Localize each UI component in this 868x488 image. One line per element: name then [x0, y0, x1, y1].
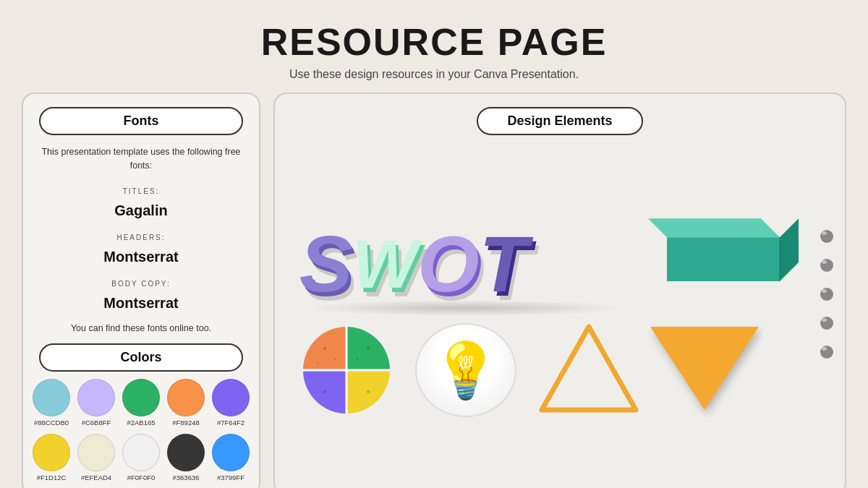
svg-marker-14: [650, 327, 759, 410]
box-3d-svg: [603, 206, 806, 300]
color-swatch-7: #EFEAD4: [77, 434, 115, 481]
swot-w: W: [352, 230, 417, 299]
color-swatch-1: #88CCDB0: [33, 379, 70, 427]
svg-point-7: [335, 359, 337, 361]
color-hex-8: #F0F0F0: [127, 474, 156, 481]
filled-triangle-svg: [647, 323, 762, 417]
color-swatch-4: #F89248: [167, 379, 205, 427]
svg-point-8: [317, 362, 319, 364]
svg-marker-13: [542, 327, 636, 410]
fonts-footer: You can find these fonts online too.: [39, 323, 243, 333]
color-hex-9: #363636: [173, 474, 200, 481]
color-row-2: #F1D12C #EFEAD4 #F0F0F0 #363636 #3799FF: [39, 434, 243, 481]
color-circle-10: [212, 434, 250, 471]
color-circle-6: [33, 434, 70, 471]
right-panel: Design Elements S W O T: [273, 93, 846, 488]
colors-badge: Colors: [39, 343, 243, 372]
fonts-badge: Fonts: [39, 107, 243, 135]
swot-row: S W O T: [299, 206, 827, 322]
page-subtitle: Use these design resources in your Canva…: [261, 68, 608, 81]
svg-point-9: [367, 347, 370, 350]
bulb-container: 💡: [415, 323, 516, 417]
font-body-label: BODY COPY:: [39, 280, 243, 288]
dot-2: [820, 259, 833, 272]
page-header: RESOURCE PAGE Use these design resources…: [261, 0, 608, 81]
color-swatch-3: #2AB165: [122, 379, 160, 427]
box-3d: [603, 206, 806, 303]
svg-point-11: [323, 390, 326, 393]
dot-1: [820, 230, 833, 243]
color-swatch-9: #363636: [167, 434, 205, 481]
color-circle-9: [167, 434, 205, 471]
color-hex-7: #EFEAD4: [81, 474, 111, 481]
dot-5: [820, 346, 833, 359]
main-content: Fonts This presentation template uses th…: [0, 85, 868, 488]
swot-o: O: [417, 224, 480, 304]
color-circle-8: [122, 434, 160, 471]
color-swatch-5: #7F64F2: [212, 379, 250, 427]
color-hex-10: #3799FF: [217, 474, 244, 481]
color-hex-6: #F1D12C: [37, 474, 67, 481]
font-body-name: Montserrat: [39, 295, 243, 312]
svg-marker-1: [667, 238, 780, 282]
design-bottom-row: 💡: [292, 323, 827, 417]
swot-t: T: [480, 224, 528, 304]
color-circle-2: [77, 379, 115, 416]
color-circle-3: [122, 379, 160, 416]
color-hex-4: #F89248: [172, 419, 200, 427]
color-swatch-6: #F1D12C: [33, 434, 70, 481]
colors-section: Colors #88CCDB0 #C6B8FF #2AB165 #F89248: [39, 343, 243, 481]
color-swatch-2: #C6B8FF: [77, 379, 115, 427]
font-headers-label: HEADERS:: [39, 234, 243, 241]
dot-3: [820, 288, 833, 301]
color-circle-5: [212, 379, 250, 416]
pie-chart-svg: [299, 323, 393, 417]
color-swatch-10: #3799FF: [212, 434, 250, 481]
svg-marker-2: [780, 219, 799, 282]
color-hex-1: #88CCDB0: [34, 419, 69, 427]
outline-triangle-svg: [538, 323, 639, 417]
left-panel: Fonts This presentation template uses th…: [22, 93, 260, 488]
swot-s: S: [299, 224, 352, 304]
color-hex-2: #C6B8FF: [82, 419, 111, 427]
svg-point-12: [367, 390, 370, 393]
color-circle-1: [33, 379, 70, 416]
color-hex-3: #2AB165: [127, 419, 155, 427]
font-titles-name: Gagalin: [39, 202, 243, 219]
color-row-1: #88CCDB0 #C6B8FF #2AB165 #F89248 #7F64F2: [39, 379, 243, 427]
font-headers-name: Montserrat: [39, 249, 243, 265]
page-title: RESOURCE PAGE: [261, 20, 608, 64]
dot-4: [820, 317, 833, 330]
color-hex-5: #7F64F2: [217, 419, 244, 427]
color-swatch-8: #F0F0F0: [122, 434, 160, 481]
dots-column: [820, 230, 833, 359]
color-circle-4: [167, 379, 205, 416]
bulb-emoji: 💡: [432, 343, 500, 398]
design-area: S W O T: [292, 142, 827, 481]
design-elements-badge: Design Elements: [477, 107, 642, 135]
triangles-container: [538, 323, 762, 417]
svg-point-10: [357, 359, 359, 361]
color-circle-7: [77, 434, 115, 471]
font-titles-label: TITLES:: [39, 187, 243, 195]
pie-chart: [299, 323, 393, 417]
svg-point-6: [323, 347, 326, 350]
svg-marker-0: [648, 219, 780, 238]
fonts-intro: This presentation template uses the foll…: [39, 145, 243, 173]
